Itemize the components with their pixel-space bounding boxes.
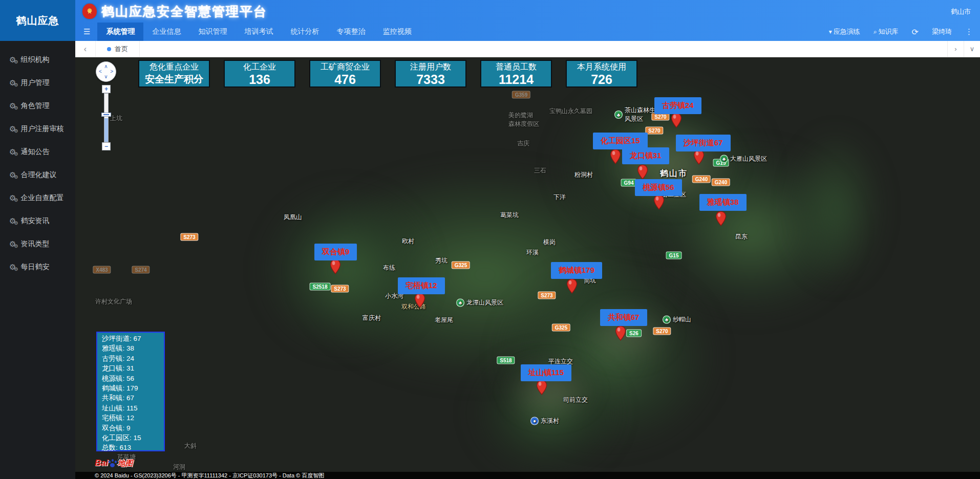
tab-6[interactable]: 监控视频 (374, 23, 420, 41)
top-header: ★ 鹤山应急安全智慧管理平台 鹤山市 ☰ 系统管理企业信息知识管理培训考试统计分… (75, 0, 980, 41)
tab-3[interactable]: 培训考试 (236, 23, 282, 41)
road-badge-S270: S270 (645, 127, 663, 135)
stat-card-4: 普通员工数 11214 (480, 60, 552, 88)
cogs-icon: ⚙⚙ (9, 263, 16, 271)
tab-1[interactable]: 企业信息 (143, 23, 189, 41)
stat-card-2: 工矿商贸企业 476 (309, 60, 381, 88)
map-pan-control[interactable]: ∧ ∨ < > (96, 61, 116, 82)
menu-toggle-icon[interactable]: ☰ (83, 27, 90, 36)
breadcrumb-controls: › ∨ (947, 41, 980, 57)
zoom-out-button[interactable]: − (102, 142, 111, 150)
place-label: 下洋 (553, 193, 566, 202)
marker-pin-icon[interactable] (414, 293, 425, 308)
sidebar-item-2[interactable]: ⚙⚙ 角色管理 (0, 94, 75, 117)
marker-pin-icon[interactable] (536, 380, 547, 395)
marker-pin-icon[interactable] (330, 259, 341, 274)
tab-2[interactable]: 知识管理 (189, 23, 236, 41)
place-label: 横岗 (543, 238, 556, 247)
refresh-icon[interactable]: ⟳ (912, 27, 919, 37)
sidebar-item-0[interactable]: ⚙⚙ 组织机构 (0, 48, 75, 71)
road-badge-X483: X483 (93, 266, 111, 274)
marker-pin-icon[interactable] (715, 211, 727, 226)
sidebar-item-7[interactable]: ⚙⚙ 鹤安资讯 (0, 209, 75, 232)
marker-label-4[interactable]: 桃源镇56 (635, 179, 682, 196)
marker-pin-icon[interactable] (637, 164, 648, 180)
place-label: 吉庆 (517, 139, 529, 148)
marker-label-10[interactable]: 双合镇9 (314, 244, 357, 260)
road-badge-G325: G325 (452, 262, 470, 269)
marker-label-2[interactable]: 龙口镇31 (622, 147, 669, 164)
place-label: 鹤山市 (660, 168, 688, 179)
road-badge-S2518: S2518 (310, 283, 331, 291)
place-label: 老屋尾 (435, 316, 453, 324)
baidu-logo-text: Bai (95, 458, 108, 468)
marker-pin-icon[interactable] (653, 194, 665, 210)
marker-label-6[interactable]: 鹤城镇179 (551, 262, 602, 279)
place-label: 葛菜坑 (500, 211, 519, 220)
baidu-logo: Bai 地图 (95, 458, 133, 468)
marker-label-9[interactable]: 宅梧镇12 (398, 277, 445, 294)
map-legend: 沙坪街道: 67雅瑶镇: 38古劳镇: 24龙口镇: 31桃源镇: 56鹤城镇:… (96, 332, 165, 451)
breadcrumb-back-icon[interactable]: ‹ (75, 41, 96, 57)
cogs-icon: ⚙⚙ (9, 79, 16, 86)
place-label: 美的鹭湖 森林度假区 (508, 111, 539, 128)
place-label: 昆东 (735, 232, 748, 241)
marker-pin-icon[interactable] (671, 113, 682, 128)
place-label: 许村文化广场 (95, 297, 132, 306)
sidebar-item-5[interactable]: ⚙⚙ 合理化建议 (0, 163, 75, 186)
sidebar-item-6[interactable]: ⚙⚙ 企业自查配置 (0, 186, 75, 209)
terrain-blob (260, 185, 434, 354)
zoom-in-button[interactable]: + (102, 85, 111, 93)
road-badge-S273: S273 (331, 285, 349, 293)
cogs-icon: ⚙⚙ (9, 240, 16, 248)
knowledge-base-search[interactable]: ⌕知识库 (874, 27, 899, 36)
cogs-icon: ⚙⚙ (9, 217, 16, 225)
tab-5[interactable]: 专项整治 (328, 23, 374, 41)
marker-pin-icon[interactable] (566, 278, 578, 294)
legend-row: 双合镇: 9 (102, 423, 164, 433)
legend-row: 共和镇: 67 (102, 393, 164, 403)
zoom-slider-handle[interactable] (101, 113, 111, 117)
pan-right-icon[interactable]: > (110, 69, 113, 74)
breadcrumb-home-tab[interactable]: 首页 (96, 41, 140, 57)
marker-pin-icon[interactable] (693, 149, 705, 165)
sidebar-item-1[interactable]: ⚙⚙ 用户管理 (0, 71, 75, 94)
place-label: 秀坑 (435, 256, 448, 265)
marker-label-3[interactable]: 沙坪街道67 (676, 135, 731, 151)
pan-up-icon[interactable]: ∧ (104, 64, 108, 69)
sidebar-item-label: 用户注册审核 (20, 124, 63, 134)
sidebar-item-9[interactable]: ⚙⚙ 每日鹤安 (0, 255, 75, 278)
place-label: 凤凰山 (284, 213, 302, 222)
map-canvas[interactable]: S270S270G15G240G240G94G359S273G325S26S27… (75, 57, 980, 479)
marker-label-5[interactable]: 雅瑶镇38 (699, 194, 747, 211)
marker-label-7[interactable]: 共和镇67 (600, 309, 647, 326)
pan-left-icon[interactable]: < (99, 69, 102, 74)
marker-label-0[interactable]: 古劳镇24 (654, 97, 701, 114)
tab-4[interactable]: 统计分析 (282, 23, 328, 41)
marker-pin-icon[interactable] (615, 325, 626, 341)
marker-label-8[interactable]: 址山镇115 (521, 364, 571, 381)
breadcrumb-forward-icon[interactable]: › (947, 41, 964, 57)
place-label: 富庆村 (363, 314, 381, 322)
place-label: ♣大雁山风景区 (720, 155, 767, 163)
stat-card-5: 本月系统使用 726 (566, 60, 637, 88)
emergency-drill-dropdown[interactable]: ▾应急演练 (829, 27, 860, 36)
breadcrumb-dropdown-icon[interactable]: ∨ (964, 41, 980, 57)
place-label: ♣龙潭山风景区 (456, 298, 503, 307)
zoom-slider-track[interactable] (104, 93, 109, 142)
poi-icon: ● (530, 417, 539, 425)
stat-card-value: 11214 (481, 72, 551, 86)
tab-0[interactable]: 系统管理 (97, 23, 143, 41)
place-label: 环溪 (526, 248, 539, 257)
stat-card-title: 化工企业 (225, 61, 294, 72)
sidebar-item-3[interactable]: ⚙⚙ 用户注册审核 (0, 117, 75, 140)
more-menu-icon[interactable]: ⋮ (965, 27, 973, 36)
sidebar-item-8[interactable]: ⚙⚙ 资讯类型 (0, 232, 75, 255)
marker-pin-icon[interactable] (610, 149, 621, 164)
user-name[interactable]: 梁绮琦 (932, 27, 952, 36)
legend-row: 鹤城镇: 179 (102, 383, 164, 393)
sidebar-item-4[interactable]: ⚙⚙ 通知公告 (0, 140, 75, 163)
legend-row: 总数: 613 (102, 443, 164, 452)
stat-card-title: 普通员工数 (481, 61, 551, 72)
pan-down-icon[interactable]: ∨ (104, 74, 108, 79)
